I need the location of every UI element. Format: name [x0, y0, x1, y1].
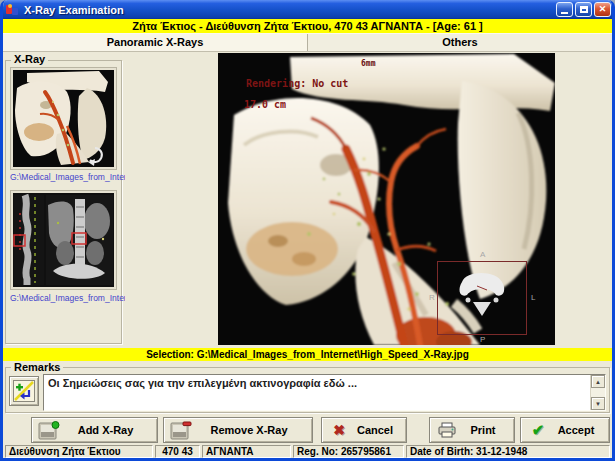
selection-bar: Selection: G:\Medical_Images_from_Intern… — [3, 348, 612, 361]
tab-others[interactable]: Others — [308, 34, 612, 51]
status-date-of-birth: Date of Birth: 31-12-1948 — [406, 445, 610, 458]
orientation-right: R — [429, 294, 435, 302]
minimize-icon — [561, 12, 568, 14]
print-label: Print — [458, 424, 508, 436]
thumbnail-head-render-image — [13, 70, 114, 167]
orientation-posterior: P — [480, 336, 485, 344]
thumbnail-caption: G:\Medical_Images_from_Internet\Hig — [10, 172, 125, 182]
selection-text: Selection: G:\Medical_Images_from_Intern… — [146, 349, 469, 360]
app-icon — [5, 3, 20, 17]
window-body: Ζήτα Έκτιος - Διεύθυνση Ζήτα Έκτιου, 470… — [3, 19, 612, 458]
scroll-down-icon: ▼ — [595, 401, 601, 407]
tab-panoramic-xrays[interactable]: Panoramic X-Rays — [3, 34, 308, 51]
thumbnail-caption: G:\Medical_Images_from_Internet\Rac — [10, 293, 125, 303]
thumbnail-spine-ct-image — [13, 193, 114, 287]
scale-annotation: 6mm — [361, 59, 376, 68]
thumbnail-head-render[interactable] — [10, 67, 117, 170]
accept-label: Accept — [549, 424, 603, 436]
app-window: X-Ray Examination ✕ Ζήτα Έκτιος - Διεύθυ… — [0, 0, 615, 461]
cancel-label: Cancel — [350, 424, 400, 436]
tab-label: Others — [442, 36, 477, 48]
remarks-group-label: Remarks — [11, 361, 63, 373]
remarks-textbox[interactable]: Οι Σημειώσεις σας για την επιλεγμένη ακτ… — [43, 374, 606, 411]
tab-label: Panoramic X-Rays — [107, 36, 204, 48]
cancel-icon: ✖ — [328, 422, 350, 438]
orientation-left: L — [531, 294, 535, 302]
patient-header-text: Ζήτα Έκτιος - Διεύθυνση Ζήτα Έκτιου, 470… — [132, 20, 483, 32]
accept-icon: ✔ — [527, 421, 549, 439]
tab-bar: Panoramic X-Rays Others — [3, 33, 612, 52]
add-note-button[interactable] — [9, 376, 39, 406]
orientation-anterior: A — [480, 251, 485, 259]
remarks-text: Οι Σημειώσεις σας για την επιλεγμένη ακτ… — [48, 377, 357, 389]
axial-vertebra-image — [438, 262, 526, 334]
remove-xray-icon — [170, 421, 192, 440]
add-xray-button[interactable]: Add X-Ray — [31, 417, 158, 443]
status-city: ΑΓΝΑΝΤΑ — [202, 445, 291, 458]
remarks-scrollbar[interactable]: ▲ ▼ — [590, 375, 605, 410]
rendering-mode-annotation: Rendering: No cut — [246, 78, 348, 89]
note-add-icon — [13, 380, 35, 402]
axial-orientation-inset — [437, 261, 527, 335]
close-icon: ✕ — [599, 5, 607, 14]
minimize-button[interactable] — [556, 2, 573, 17]
remove-xray-button[interactable]: Remove X-Ray — [163, 417, 313, 443]
patient-header: Ζήτα Έκτιος - Διεύθυνση Ζήτα Έκτιου, 470… — [3, 19, 612, 33]
scroll-down-button[interactable]: ▼ — [591, 397, 605, 410]
scroll-up-button[interactable]: ▲ — [591, 375, 605, 388]
status-reg-no: Reg. No: 265795861 — [293, 445, 404, 458]
title-bar[interactable]: X-Ray Examination ✕ — [0, 0, 615, 19]
add-xray-icon — [38, 421, 60, 440]
cancel-button[interactable]: ✖ Cancel — [321, 417, 407, 443]
window-title: X-Ray Examination — [24, 4, 556, 16]
scroll-up-icon: ▲ — [595, 379, 601, 385]
status-address: Διεύθυνση Ζήτα Έκτιου — [5, 445, 153, 458]
status-postal-code: 470 43 — [155, 445, 200, 458]
add-xray-label: Add X-Ray — [60, 424, 151, 436]
close-button[interactable]: ✕ — [594, 2, 611, 17]
remove-xray-label: Remove X-Ray — [192, 424, 306, 436]
measurement-annotation: 17.0 cm — [244, 99, 286, 110]
print-button[interactable]: Print — [429, 417, 515, 443]
accept-button[interactable]: ✔ Accept — [520, 417, 610, 443]
xray-viewer[interactable]: Rendering: No cut 17.0 cm 6mm A P R L — [218, 53, 555, 345]
print-icon — [436, 422, 458, 438]
maximize-icon — [580, 6, 588, 13]
thumbnail-spine-ct[interactable] — [10, 190, 117, 290]
xray-group-label: X-Ray — [11, 53, 48, 65]
remarks-section: Remarks Οι Σημειώσεις σας για την επιλεγ… — [3, 361, 612, 414]
maximize-button[interactable] — [575, 2, 592, 17]
